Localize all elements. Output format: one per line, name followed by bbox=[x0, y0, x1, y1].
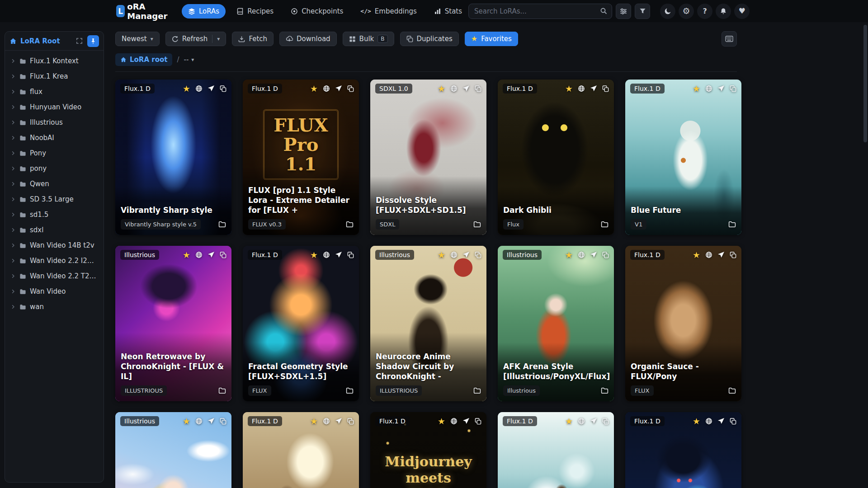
globe-icon[interactable] bbox=[705, 85, 712, 92]
chevron-right-icon[interactable] bbox=[10, 258, 16, 263]
lora-card[interactable]: Illustrious ★ Neurocore Anime Shadow Cir… bbox=[370, 246, 486, 401]
chevron-right-icon[interactable] bbox=[10, 243, 16, 248]
send-icon[interactable] bbox=[462, 251, 470, 258]
breadcrumb-root[interactable]: LoRA root bbox=[115, 53, 172, 66]
sidebar-folder-item[interactable]: pony bbox=[7, 161, 102, 176]
chevron-right-icon[interactable] bbox=[10, 197, 16, 202]
search-input[interactable] bbox=[468, 4, 612, 19]
copy-icon[interactable] bbox=[220, 252, 226, 258]
sidebar-folder-item[interactable]: flux bbox=[7, 84, 102, 99]
globe-icon[interactable] bbox=[578, 85, 585, 92]
copy-icon[interactable] bbox=[220, 418, 226, 425]
lora-card[interactable]: Midjourney meets FLUX Flux.1 D ★ bbox=[370, 412, 486, 488]
fetch-button[interactable]: Fetch bbox=[232, 32, 274, 46]
chevron-right-icon[interactable] bbox=[10, 74, 16, 79]
chevron-right-icon[interactable] bbox=[10, 212, 16, 217]
copy-icon[interactable] bbox=[730, 418, 736, 425]
chevron-right-icon[interactable] bbox=[10, 89, 16, 94]
filter-button[interactable] bbox=[635, 4, 650, 19]
search-icon[interactable] bbox=[600, 7, 608, 15]
favorite-star-icon[interactable]: ★ bbox=[565, 251, 573, 259]
sidebar-root-label[interactable]: LoRA Root bbox=[20, 37, 60, 45]
send-icon[interactable] bbox=[208, 418, 215, 425]
copy-icon[interactable] bbox=[475, 252, 481, 258]
chevron-right-icon[interactable] bbox=[10, 289, 16, 294]
nav-tab-recipes[interactable]: Recipes bbox=[230, 4, 280, 19]
send-icon[interactable] bbox=[717, 418, 725, 425]
favorite-star-icon[interactable]: ★ bbox=[438, 251, 445, 259]
lora-card[interactable]: Illustrious ★ bbox=[115, 412, 231, 488]
send-icon[interactable] bbox=[590, 418, 597, 425]
send-icon[interactable] bbox=[208, 85, 215, 92]
send-icon[interactable] bbox=[462, 418, 470, 425]
chevron-right-icon[interactable] bbox=[10, 304, 16, 310]
send-icon[interactable] bbox=[717, 85, 725, 92]
send-icon[interactable] bbox=[335, 418, 342, 425]
sidebar-folder-item[interactable]: wan bbox=[7, 299, 102, 314]
download-button[interactable]: Download bbox=[279, 32, 337, 46]
copy-icon[interactable] bbox=[730, 85, 736, 92]
lora-card[interactable]: Illustrious ★ AFK Arena Style [Illustrio… bbox=[498, 246, 614, 401]
favorite-star-icon[interactable]: ★ bbox=[565, 84, 573, 93]
pin-sidebar-button[interactable] bbox=[87, 35, 99, 47]
lora-card[interactable]: Illustrious ★ Neon Retrowave by ChronoKn… bbox=[115, 246, 231, 401]
favorite-star-icon[interactable]: ★ bbox=[565, 417, 573, 426]
globe-icon[interactable] bbox=[450, 251, 458, 258]
open-folder-icon[interactable] bbox=[218, 221, 226, 228]
copy-icon[interactable] bbox=[347, 418, 354, 425]
open-folder-icon[interactable] bbox=[346, 387, 354, 394]
notifications-button[interactable] bbox=[716, 4, 731, 19]
favorite-star-icon[interactable]: ★ bbox=[438, 417, 445, 426]
favorites-nav-button[interactable]: ♥ bbox=[734, 4, 750, 19]
nav-tab-embeddings[interactable]: </> Embeddings bbox=[354, 4, 423, 19]
open-folder-icon[interactable] bbox=[601, 221, 609, 228]
sidebar-folder-item[interactable]: sd1.5 bbox=[7, 207, 102, 222]
favorite-star-icon[interactable]: ★ bbox=[310, 251, 318, 259]
globe-icon[interactable] bbox=[705, 251, 712, 258]
favorite-star-icon[interactable]: ★ bbox=[183, 251, 190, 259]
nav-tab-stats[interactable]: Stats bbox=[428, 4, 468, 19]
refresh-button[interactable]: Refresh ▾ bbox=[165, 32, 226, 46]
favorite-star-icon[interactable]: ★ bbox=[438, 84, 445, 93]
chevron-right-icon[interactable] bbox=[10, 227, 16, 233]
favorite-star-icon[interactable]: ★ bbox=[183, 417, 190, 426]
send-icon[interactable] bbox=[717, 251, 725, 258]
duplicates-button[interactable]: Duplicates bbox=[400, 32, 459, 46]
favorite-star-icon[interactable]: ★ bbox=[310, 417, 318, 426]
sidebar-folder-item[interactable]: Wan Video 14B t2v bbox=[7, 238, 102, 253]
open-folder-icon[interactable] bbox=[473, 221, 481, 228]
sidebar-folder-item[interactable]: Illustrious bbox=[7, 115, 102, 130]
copy-icon[interactable] bbox=[602, 85, 609, 92]
lora-card[interactable]: SDXL 1.0 ★ Dissolve Style [FLUX+SDXL+SD1… bbox=[370, 80, 486, 235]
sidebar-folder-item[interactable]: Pony bbox=[7, 145, 102, 161]
keyboard-shortcuts-button[interactable] bbox=[722, 31, 737, 47]
lora-card[interactable]: FLUX Pro 1.1 Flux.1 D ★ FLUX [pro] 1.1 S… bbox=[243, 80, 359, 235]
chevron-right-icon[interactable] bbox=[10, 181, 16, 187]
copy-icon[interactable] bbox=[730, 252, 736, 258]
globe-icon[interactable] bbox=[578, 251, 585, 258]
scrollbar[interactable] bbox=[863, 25, 867, 486]
favorite-star-icon[interactable]: ★ bbox=[183, 84, 190, 93]
nav-tab-loras[interactable]: LoRAs bbox=[182, 4, 226, 19]
globe-icon[interactable] bbox=[705, 418, 712, 425]
help-button[interactable]: ? bbox=[697, 4, 712, 19]
chevron-right-icon[interactable] bbox=[10, 104, 16, 110]
sidebar-folder-item[interactable]: Wan Video 2.2 T2V-A14B bbox=[7, 268, 102, 284]
send-icon[interactable] bbox=[462, 85, 470, 92]
sidebar-folder-item[interactable]: sdxl bbox=[7, 222, 102, 238]
open-folder-icon[interactable] bbox=[473, 387, 481, 394]
globe-icon[interactable] bbox=[450, 85, 458, 92]
lora-card[interactable]: Flux.1 D ★ Organic Sauce - FLUX/Pony FLU… bbox=[625, 246, 741, 401]
open-folder-icon[interactable] bbox=[728, 387, 736, 394]
globe-icon[interactable] bbox=[578, 418, 585, 425]
sidebar-folder-item[interactable]: Flux.1 Kontext bbox=[7, 53, 102, 69]
send-icon[interactable] bbox=[590, 85, 597, 92]
bulk-button[interactable]: Bulk B bbox=[343, 32, 394, 46]
copy-icon[interactable] bbox=[475, 418, 481, 425]
copy-icon[interactable] bbox=[220, 85, 226, 92]
favorite-star-icon[interactable]: ★ bbox=[693, 84, 700, 93]
sidebar-folder-item[interactable]: Hunyuan Video bbox=[7, 99, 102, 115]
favorite-star-icon[interactable]: ★ bbox=[693, 251, 700, 259]
globe-icon[interactable] bbox=[195, 251, 203, 258]
copy-icon[interactable] bbox=[602, 252, 609, 258]
